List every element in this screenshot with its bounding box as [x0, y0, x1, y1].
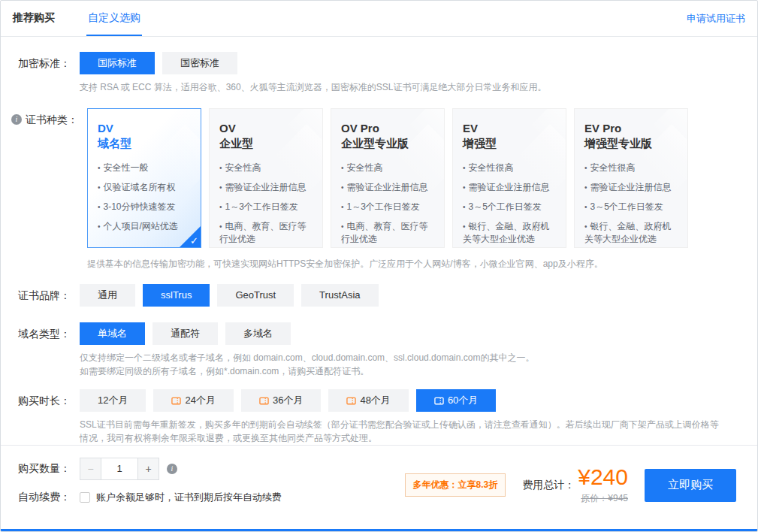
card-ev-pro-feature: 3～5个工作日签发: [584, 201, 678, 213]
info-icon[interactable]: i: [11, 114, 22, 125]
option-12-months-text: 12个月: [98, 389, 128, 412]
discount-coupon-icon: [346, 396, 356, 406]
quantity-value[interactable]: 1: [101, 458, 138, 479]
domain-type-row: 域名类型： 单域名 通配符 多域名 仅支持绑定一个二级域名或者子域名，例如 do…: [11, 322, 747, 378]
option-60-months[interactable]: 60个月: [416, 389, 496, 412]
option-24-months-text: 24个月: [185, 389, 215, 412]
duration-row: 购买时长： 12个月 24个月 36个月: [11, 389, 747, 445]
tab-custom[interactable]: 自定义选购: [86, 1, 142, 36]
card-ev-pro-feature: 银行、金融、政府机关等大型企业优选: [584, 220, 678, 246]
option-48-months-text: 48个月: [360, 389, 390, 412]
tab-bar: 推荐购买 自定义选购 申请试用证书: [1, 1, 757, 37]
cert-type-row: i 证书种类： DV 域名型 安全性一般 仅验证域名所有权 3-10分钟快速签发…: [11, 108, 747, 271]
price-summary: 多年优惠：立享8.3折 费用总计： ¥240 原价：¥945 立即购买: [405, 458, 736, 505]
option-24-months[interactable]: 24个月: [153, 389, 233, 412]
ssl-purchase-panel: 推荐购买 自定义选购 申请试用证书 加密标准： 国际标准 国密标准 支持 RSA…: [0, 0, 758, 532]
card-ov-pro[interactable]: OV Pro 企业型专业版 安全性高 需验证企业注册信息 1～3个工作日签发 电…: [331, 108, 445, 248]
quantity-label: 购买数量：: [11, 462, 80, 476]
bottom-accent-bar: [1, 529, 757, 531]
card-ev-feature: 安全性很高: [463, 162, 556, 174]
card-ev[interactable]: EV 增强型 安全性很高 需验证企业注册信息 3～5个工作日签发 银行、金融、政…: [452, 108, 566, 248]
option-brand-geotrust[interactable]: GeoTrust: [217, 284, 294, 307]
card-ov-code: OV: [219, 121, 313, 136]
card-ev-pro-name: 增强型专业版: [584, 136, 678, 151]
option-brand-generic[interactable]: 通用: [80, 284, 135, 307]
card-ov-pro-code: OV Pro: [341, 121, 434, 136]
domain-type-description: 仅支持绑定一个二级域名或者子域名，例如 domain.com、cloud.dom…: [80, 351, 747, 378]
cert-type-label: 证书种类：: [26, 108, 78, 131]
auto-renew-checkbox[interactable]: [80, 492, 90, 503]
quantity-info-icon[interactable]: i: [167, 464, 177, 474]
option-international-standard[interactable]: 国际标准: [80, 52, 155, 74]
buy-now-button[interactable]: 立即购买: [645, 469, 736, 502]
card-dv-feature: 3-10分钟快速签发: [98, 201, 191, 213]
card-ov-pro-feature: 需验证企业注册信息: [341, 181, 434, 194]
card-ev-name: 增强型: [463, 136, 556, 151]
discount-coupon-icon: [434, 396, 444, 406]
option-brand-ssltrus[interactable]: sslTrus: [143, 284, 210, 307]
cert-type-description: 提供基本的信息传输加密功能，可快速实现网站HTTPS安全加密保护。广泛应用于个人…: [87, 257, 747, 271]
brand-label: 证书品牌：: [11, 284, 80, 307]
discount-coupon-icon: [171, 396, 181, 406]
card-ev-feature: 3～5个工作日签发: [463, 201, 556, 213]
option-60-months-text: 60个月: [448, 389, 478, 412]
encryption-description: 支持 RSA 或 ECC 算法，适用谷歌、360、火狐等主流浏览器，国密标准的S…: [80, 80, 747, 94]
option-36-months-text: 36个月: [273, 389, 303, 412]
card-ev-feature: 需验证企业注册信息: [463, 181, 556, 194]
cert-type-label-wrap: i 证书种类：: [11, 108, 87, 131]
cert-type-cards: DV 域名型 安全性一般 仅验证域名所有权 3-10分钟快速签发 个人项目/网站…: [87, 108, 747, 248]
original-price: 原价：¥945: [581, 492, 628, 505]
card-ev-feature: 银行、金融、政府机关等大型企业优选: [463, 220, 556, 246]
card-ov-pro-name: 企业型专业版: [341, 136, 434, 151]
auto-renew-row: 自动续费： 账户余额足够时，证书到期后按年自动续费: [11, 491, 405, 504]
discount-badge: 多年优惠：立享8.3折: [405, 473, 506, 497]
option-48-months[interactable]: 48个月: [328, 389, 408, 412]
card-ov[interactable]: OV 企业型 安全性高 需验证企业注册信息 1～3个工作日签发 电商、教育、医疗…: [209, 108, 323, 248]
selected-check-icon: ✓: [190, 235, 198, 246]
option-12-months[interactable]: 12个月: [80, 389, 146, 412]
domain-type-label: 域名类型：: [11, 322, 80, 345]
card-ev-pro[interactable]: EV Pro 增强型专业版 安全性很高 需验证企业注册信息 3～5个工作日签发 …: [574, 108, 688, 248]
total-label: 费用总计：: [522, 479, 575, 492]
card-ev-pro-feature: 安全性很高: [584, 162, 678, 174]
domain-type-description-line2: 如需要绑定同级的所有子域名，例如*.domain.com，请购买通配符证书。: [80, 364, 747, 378]
card-ov-pro-feature: 安全性高: [341, 162, 434, 174]
domain-type-options: 单域名 通配符 多域名: [80, 322, 747, 345]
card-ev-code: EV: [463, 121, 556, 136]
encryption-standard-label: 加密标准：: [11, 52, 80, 74]
card-ev-pro-code: EV Pro: [584, 121, 678, 136]
card-dv-code: DV: [98, 121, 191, 136]
option-36-months[interactable]: 36个月: [241, 389, 321, 412]
card-ov-name: 企业型: [219, 136, 313, 151]
domain-type-description-line1: 仅支持绑定一个二级域名或者子域名，例如 domain.com、cloud.dom…: [80, 351, 747, 364]
card-dv-feature: 仅验证域名所有权: [98, 181, 191, 194]
card-ev-pro-feature: 需验证企业注册信息: [584, 181, 678, 194]
quantity-stepper: − 1 +: [80, 458, 159, 480]
encryption-options: 国际标准 国密标准: [80, 52, 747, 74]
option-multi-domain[interactable]: 多域名: [225, 322, 291, 345]
option-single-domain[interactable]: 单域名: [80, 322, 145, 345]
purchase-form: 加密标准： 国际标准 国密标准 支持 RSA 或 ECC 算法，适用谷歌、360…: [1, 37, 757, 445]
option-brand-trustasia[interactable]: TrustAsia: [301, 284, 378, 307]
card-ov-pro-feature: 1～3个工作日签发: [341, 201, 434, 213]
quantity-plus-button[interactable]: +: [138, 458, 159, 479]
total-price: ¥240: [578, 465, 628, 489]
card-ov-feature: 电商、教育、医疗等行业优选: [219, 220, 313, 246]
apply-trial-link[interactable]: 申请试用证书: [687, 12, 745, 26]
tab-recommended[interactable]: 推荐购买: [11, 1, 56, 36]
encryption-standard-row: 加密标准： 国际标准 国密标准 支持 RSA 或 ECC 算法，适用谷歌、360…: [11, 52, 747, 94]
card-ov-pro-feature: 电商、教育、医疗等行业优选: [341, 220, 434, 246]
card-ov-feature: 安全性高: [219, 162, 313, 174]
card-ov-feature: 需验证企业注册信息: [219, 181, 313, 194]
card-dv-name: 域名型: [98, 136, 191, 151]
quantity-row: 购买数量： − 1 + i: [11, 458, 405, 480]
discount-coupon-icon: [259, 396, 269, 406]
auto-renew-text: 账户余额足够时，证书到期后按年自动续费: [96, 491, 282, 504]
quantity-minus-button[interactable]: −: [80, 458, 101, 479]
duration-label: 购买时长：: [11, 389, 80, 412]
card-dv[interactable]: DV 域名型 安全性一般 仅验证域名所有权 3-10分钟快速签发 个人项目/网站…: [87, 108, 201, 248]
duration-options: 12个月 24个月 36个月 48个月: [80, 389, 747, 412]
option-national-standard[interactable]: 国密标准: [162, 52, 237, 74]
option-wildcard[interactable]: 通配符: [153, 322, 218, 345]
duration-description: SSL证书目前需每年重新签发，购买多年的到期前会自动续签（部分证书需您配合验证或…: [80, 418, 726, 445]
